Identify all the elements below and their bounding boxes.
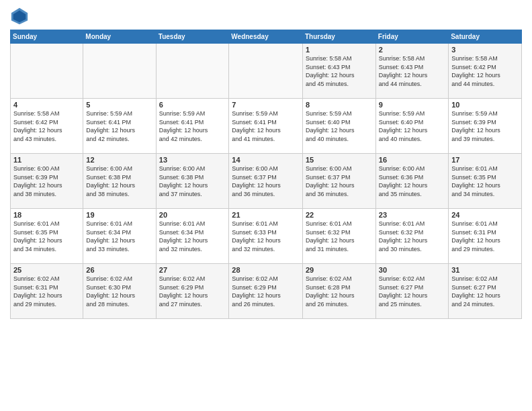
week-row-4: 25Sunrise: 6:02 AM Sunset: 6:31 PM Dayli… xyxy=(11,264,522,319)
calendar-cell: 28Sunrise: 6:02 AM Sunset: 6:29 PM Dayli… xyxy=(229,264,303,319)
header-sunday: Sunday xyxy=(11,30,83,44)
header-wednesday: Wednesday xyxy=(229,30,303,44)
day-info: Sunrise: 6:01 AM Sunset: 6:33 PM Dayligh… xyxy=(232,220,300,253)
day-info: Sunrise: 6:00 AM Sunset: 6:36 PM Dayligh… xyxy=(379,165,445,198)
day-number: 27 xyxy=(159,266,226,274)
day-info: Sunrise: 5:58 AM Sunset: 6:42 PM Dayligh… xyxy=(451,54,519,88)
day-info: Sunrise: 6:01 AM Sunset: 6:34 PM Dayligh… xyxy=(159,220,226,253)
day-info: Sunrise: 6:01 AM Sunset: 6:35 PM Dayligh… xyxy=(451,165,519,198)
day-info: Sunrise: 6:01 AM Sunset: 6:34 PM Dayligh… xyxy=(86,220,152,253)
day-info: Sunrise: 6:02 AM Sunset: 6:29 PM Dayligh… xyxy=(159,275,226,308)
day-number: 6 xyxy=(159,101,226,109)
day-number: 24 xyxy=(451,211,519,219)
calendar-cell: 14Sunrise: 6:00 AM Sunset: 6:37 PM Dayli… xyxy=(229,154,303,209)
calendar-cell: 29Sunrise: 6:02 AM Sunset: 6:28 PM Dayli… xyxy=(302,264,375,319)
page-container: SundayMondayTuesdayWednesdayThursdayFrid… xyxy=(0,0,532,326)
day-info: Sunrise: 5:58 AM Sunset: 6:43 PM Dayligh… xyxy=(306,54,373,88)
header-friday: Friday xyxy=(375,30,448,44)
day-number: 29 xyxy=(306,266,373,274)
day-number: 17 xyxy=(451,156,519,164)
day-info: Sunrise: 6:00 AM Sunset: 6:39 PM Dayligh… xyxy=(13,165,80,198)
calendar-cell: 17Sunrise: 6:01 AM Sunset: 6:35 PM Dayli… xyxy=(449,154,522,209)
calendar-cell xyxy=(156,44,229,99)
calendar-cell: 7Sunrise: 5:59 AM Sunset: 6:41 PM Daylig… xyxy=(229,99,303,154)
logo xyxy=(10,7,32,26)
calendar-cell: 16Sunrise: 6:00 AM Sunset: 6:36 PM Dayli… xyxy=(375,154,448,209)
day-number: 31 xyxy=(451,266,519,274)
day-info: Sunrise: 5:59 AM Sunset: 6:40 PM Dayligh… xyxy=(306,109,373,143)
day-number: 14 xyxy=(232,156,300,164)
header-thursday: Thursday xyxy=(302,30,375,44)
calendar-cell: 2Sunrise: 5:58 AM Sunset: 6:43 PM Daylig… xyxy=(375,44,448,99)
calendar-cell: 26Sunrise: 6:02 AM Sunset: 6:30 PM Dayli… xyxy=(83,264,156,319)
day-info: Sunrise: 6:00 AM Sunset: 6:38 PM Dayligh… xyxy=(86,165,152,198)
header xyxy=(10,7,522,26)
day-number: 9 xyxy=(379,101,445,109)
day-number: 21 xyxy=(232,211,300,219)
day-info: Sunrise: 6:00 AM Sunset: 6:37 PM Dayligh… xyxy=(232,165,300,198)
calendar-cell: 24Sunrise: 6:01 AM Sunset: 6:31 PM Dayli… xyxy=(449,209,522,264)
day-number: 2 xyxy=(379,46,445,54)
day-number: 7 xyxy=(232,101,300,109)
day-number: 18 xyxy=(13,211,80,219)
calendar-cell: 19Sunrise: 6:01 AM Sunset: 6:34 PM Dayli… xyxy=(83,209,156,264)
day-number: 3 xyxy=(451,46,519,54)
calendar-cell: 31Sunrise: 6:02 AM Sunset: 6:27 PM Dayli… xyxy=(449,264,522,319)
day-info: Sunrise: 6:02 AM Sunset: 6:27 PM Dayligh… xyxy=(379,275,445,308)
day-info: Sunrise: 5:59 AM Sunset: 6:41 PM Dayligh… xyxy=(86,109,152,143)
day-info: Sunrise: 6:02 AM Sunset: 6:29 PM Dayligh… xyxy=(232,275,300,308)
calendar-cell: 1Sunrise: 5:58 AM Sunset: 6:43 PM Daylig… xyxy=(302,44,375,99)
calendar-cell: 30Sunrise: 6:02 AM Sunset: 6:27 PM Dayli… xyxy=(375,264,448,319)
day-number: 15 xyxy=(306,156,373,164)
day-number: 8 xyxy=(306,101,373,109)
day-number: 30 xyxy=(379,266,445,274)
calendar-cell: 10Sunrise: 5:59 AM Sunset: 6:39 PM Dayli… xyxy=(449,99,522,154)
calendar-cell: 18Sunrise: 6:01 AM Sunset: 6:35 PM Dayli… xyxy=(11,209,83,264)
calendar-cell: 8Sunrise: 5:59 AM Sunset: 6:40 PM Daylig… xyxy=(302,99,375,154)
day-number: 28 xyxy=(232,266,300,274)
calendar-cell: 25Sunrise: 6:02 AM Sunset: 6:31 PM Dayli… xyxy=(11,264,83,319)
day-number: 1 xyxy=(306,46,373,54)
header-monday: Monday xyxy=(83,30,156,44)
calendar-cell: 13Sunrise: 6:00 AM Sunset: 6:38 PM Dayli… xyxy=(156,154,229,209)
week-row-3: 18Sunrise: 6:01 AM Sunset: 6:35 PM Dayli… xyxy=(11,209,522,264)
calendar-cell xyxy=(83,44,156,99)
day-info: Sunrise: 6:01 AM Sunset: 6:32 PM Dayligh… xyxy=(379,220,445,253)
calendar-cell: 20Sunrise: 6:01 AM Sunset: 6:34 PM Dayli… xyxy=(156,209,229,264)
calendar-cell: 9Sunrise: 5:59 AM Sunset: 6:40 PM Daylig… xyxy=(375,99,448,154)
day-info: Sunrise: 6:01 AM Sunset: 6:35 PM Dayligh… xyxy=(13,220,80,253)
day-info: Sunrise: 5:59 AM Sunset: 6:40 PM Dayligh… xyxy=(379,109,445,143)
day-number: 11 xyxy=(13,156,80,164)
day-number: 10 xyxy=(451,101,519,109)
calendar-cell: 22Sunrise: 6:01 AM Sunset: 6:32 PM Dayli… xyxy=(302,209,375,264)
week-row-2: 11Sunrise: 6:00 AM Sunset: 6:39 PM Dayli… xyxy=(11,154,522,209)
day-number: 4 xyxy=(13,101,80,109)
day-number: 12 xyxy=(86,156,152,164)
day-info: Sunrise: 5:58 AM Sunset: 6:43 PM Dayligh… xyxy=(379,54,445,88)
calendar-cell: 4Sunrise: 5:58 AM Sunset: 6:42 PM Daylig… xyxy=(11,99,83,154)
calendar-cell: 23Sunrise: 6:01 AM Sunset: 6:32 PM Dayli… xyxy=(375,209,448,264)
header-row: SundayMondayTuesdayWednesdayThursdayFrid… xyxy=(11,30,522,44)
day-number: 22 xyxy=(306,211,373,219)
day-info: Sunrise: 6:00 AM Sunset: 6:38 PM Dayligh… xyxy=(159,165,226,198)
day-info: Sunrise: 6:01 AM Sunset: 6:32 PM Dayligh… xyxy=(306,220,373,253)
day-info: Sunrise: 6:02 AM Sunset: 6:27 PM Dayligh… xyxy=(451,275,519,308)
calendar-cell xyxy=(11,44,83,99)
day-info: Sunrise: 5:59 AM Sunset: 6:41 PM Dayligh… xyxy=(232,109,300,143)
week-row-0: 1Sunrise: 5:58 AM Sunset: 6:43 PM Daylig… xyxy=(11,44,522,99)
calendar-table: SundayMondayTuesdayWednesdayThursdayFrid… xyxy=(10,30,522,319)
logo-icon xyxy=(10,7,29,26)
week-row-1: 4Sunrise: 5:58 AM Sunset: 6:42 PM Daylig… xyxy=(11,99,522,154)
day-info: Sunrise: 6:02 AM Sunset: 6:31 PM Dayligh… xyxy=(13,275,80,308)
calendar-cell: 12Sunrise: 6:00 AM Sunset: 6:38 PM Dayli… xyxy=(83,154,156,209)
calendar-cell: 5Sunrise: 5:59 AM Sunset: 6:41 PM Daylig… xyxy=(83,99,156,154)
day-info: Sunrise: 5:58 AM Sunset: 6:42 PM Dayligh… xyxy=(13,109,80,143)
day-number: 19 xyxy=(86,211,152,219)
day-number: 5 xyxy=(86,101,152,109)
calendar-cell: 27Sunrise: 6:02 AM Sunset: 6:29 PM Dayli… xyxy=(156,264,229,319)
day-number: 26 xyxy=(86,266,152,274)
day-info: Sunrise: 5:59 AM Sunset: 6:41 PM Dayligh… xyxy=(159,109,226,143)
day-number: 20 xyxy=(159,211,226,219)
day-number: 16 xyxy=(379,156,445,164)
calendar-cell: 6Sunrise: 5:59 AM Sunset: 6:41 PM Daylig… xyxy=(156,99,229,154)
